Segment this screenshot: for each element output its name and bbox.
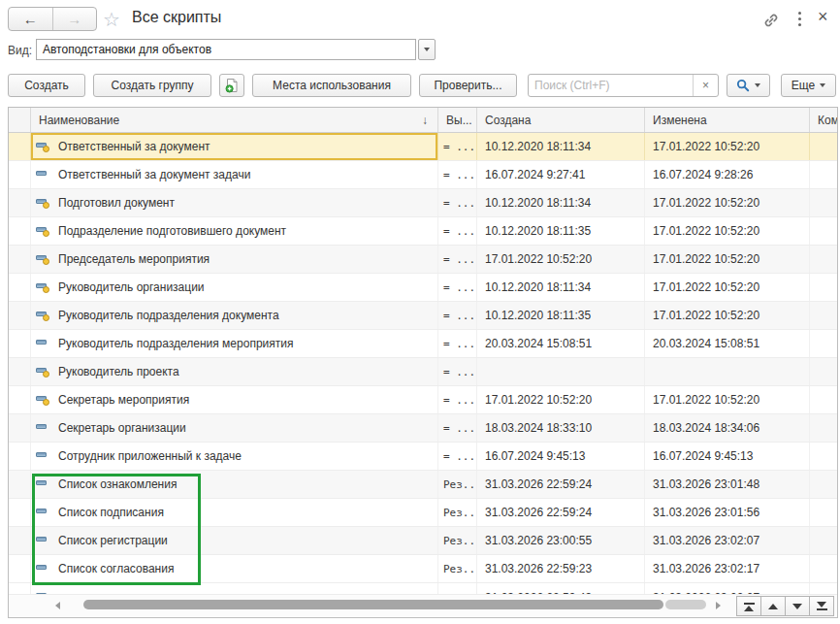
name-cell[interactable]: Секретарь мероприятия xyxy=(30,386,437,413)
table-row[interactable]: Список согласованияРез...31.03.2026 22:5… xyxy=(9,555,837,583)
view-combobox[interactable]: Автоподстановки для объектов xyxy=(36,39,416,60)
chevron-down-icon xyxy=(755,83,760,87)
table-row[interactable]: Ответственный за документ= ...10.12.2020… xyxy=(9,133,837,161)
row-up-button[interactable] xyxy=(760,596,786,616)
search-input[interactable] xyxy=(529,75,693,96)
table-row[interactable]: Председатель мероприятия= ...17.01.2022 … xyxy=(9,246,837,274)
triangle-down-icon xyxy=(792,604,802,609)
comment-cell xyxy=(809,499,837,526)
search-options-button[interactable] xyxy=(727,74,770,97)
comment-cell xyxy=(809,189,837,216)
row-name: Руководитель организации xyxy=(58,280,205,294)
name-cell[interactable]: Руководитель организации xyxy=(30,274,437,301)
row-down-button[interactable] xyxy=(785,596,810,616)
name-cell[interactable]: Секретарь организации xyxy=(30,414,437,442)
name-cell[interactable]: Сотрудник приложенный к задаче xyxy=(30,443,437,470)
more-menu-icon[interactable] xyxy=(798,12,801,15)
table-body: Ответственный за документ= ...10.12.2020… xyxy=(9,133,837,583)
more-actions-button[interactable]: Еще xyxy=(781,74,836,97)
link-icon[interactable] xyxy=(762,12,780,29)
modified-cell: 17.01.2022 10:52:20 xyxy=(644,386,809,413)
row-name: Секретарь организации xyxy=(58,421,186,435)
modified-cell: 20.03.2024 15:08:51 xyxy=(644,330,809,357)
new-script-button[interactable] xyxy=(219,74,244,97)
table-row[interactable]: Руководитель проекта= ... xyxy=(9,358,837,386)
table-row[interactable]: Список регистрацииРез...31.03.2026 23:00… xyxy=(9,527,837,555)
created-cell: 31.03.2026 22:59:24 xyxy=(476,499,644,526)
modified-cell: 31.03.2026 23:01:48 xyxy=(644,471,809,498)
go-last-row-button[interactable] xyxy=(809,596,834,616)
table-row[interactable]: Список подписанияРез...31.03.2026 22:59:… xyxy=(9,499,837,527)
close-icon[interactable]: × xyxy=(818,7,828,27)
column-header-comment-label: Ком xyxy=(818,114,837,127)
table-row[interactable]: Сотрудник приложенный к задаче= ...16.07… xyxy=(9,443,837,471)
name-cell[interactable]: Список регистрации xyxy=(30,527,437,554)
view-combobox-dropdown-button[interactable] xyxy=(418,39,436,60)
search-clear-button[interactable]: × xyxy=(693,75,718,96)
expression-cell: = ... xyxy=(437,246,476,273)
name-cell[interactable]: Председатель мероприятия xyxy=(30,246,437,273)
row-name: Список подписания xyxy=(58,506,164,519)
service-cell xyxy=(9,386,30,413)
table-row[interactable]: Подразделение подготовившего документ= .… xyxy=(9,217,837,246)
row-name: Подразделение подготовившего документ xyxy=(58,224,286,238)
script-with-marker-icon xyxy=(36,282,49,293)
column-header-comment[interactable]: Ком xyxy=(809,108,837,132)
table-header: Наименование ↓ Вы... Создана Изменена Ко… xyxy=(9,108,837,133)
scroll-right-arrow-icon[interactable] xyxy=(716,602,721,609)
name-cell[interactable]: Список согласования xyxy=(30,555,437,582)
service-cell xyxy=(9,189,30,216)
back-arrow-icon: ← xyxy=(23,11,38,27)
column-header-created[interactable]: Создана xyxy=(476,108,644,132)
forward-button[interactable]: → xyxy=(53,8,97,30)
script-icon xyxy=(36,536,49,546)
name-cell[interactable]: Руководитель подразделения документа xyxy=(30,302,437,329)
triangle-up-icon xyxy=(744,606,754,611)
name-cell[interactable]: Руководитель проекта xyxy=(30,358,437,385)
name-cell[interactable]: Подготовил документ xyxy=(30,189,437,216)
service-cell xyxy=(9,133,30,160)
column-header-modified-label: Изменена xyxy=(653,114,707,127)
favorite-star-icon[interactable]: ☆ xyxy=(103,8,120,31)
table-row[interactable]: Ответственный за документ задачи= ...16.… xyxy=(9,161,837,189)
scroll-left-arrow-icon[interactable] xyxy=(55,602,60,609)
column-header-expression[interactable]: Вы... xyxy=(437,108,476,132)
modified-cell: 18.03.2024 18:34:06 xyxy=(644,414,809,442)
name-cell[interactable]: Список подписания xyxy=(30,499,437,526)
create-group-button[interactable]: Создать группу xyxy=(93,74,211,97)
comment-cell xyxy=(809,302,837,329)
table-row[interactable]: Руководитель подразделения мероприятия= … xyxy=(9,330,837,358)
go-first-row-button[interactable] xyxy=(736,596,761,616)
table-row[interactable]: Подготовил документ= ...10.12.2020 18:11… xyxy=(9,189,837,217)
bar-icon xyxy=(817,608,827,610)
table-row[interactable]: Список ознакомленияРез...31.03.2026 22:5… xyxy=(9,471,837,499)
check-button[interactable]: Проверить... xyxy=(419,74,517,97)
page-title: Все скрипты xyxy=(132,9,221,26)
horizontal-scrollbar-thumb[interactable] xyxy=(83,600,663,609)
modified-cell: 17.01.2022 10:52:20 xyxy=(644,246,809,273)
created-cell: 10.12.2020 18:11:34 xyxy=(476,133,644,160)
name-cell[interactable]: Список ознакомления xyxy=(30,471,437,498)
name-cell[interactable]: Подразделение подготовившего документ xyxy=(30,217,437,245)
create-button-label: Создать xyxy=(24,79,69,92)
column-header-name[interactable]: Наименование ↓ xyxy=(30,108,437,132)
table-row[interactable]: Секретарь мероприятия= ...17.01.2022 10:… xyxy=(9,386,837,414)
modified-cell: 16.07.2024 9:45:13 xyxy=(644,443,809,470)
created-cell: 10.12.2020 18:11:35 xyxy=(476,302,644,329)
table-row[interactable]: Секретарь организации= ...18.03.2024 18:… xyxy=(9,414,837,443)
scripts-table: Наименование ↓ Вы... Создана Изменена Ко… xyxy=(8,107,838,618)
create-button[interactable]: Создать xyxy=(8,74,85,97)
row-name: Руководитель подразделения мероприятия xyxy=(58,337,293,350)
table-row[interactable]: Руководитель подразделения документа= ..… xyxy=(9,302,837,330)
column-header-created-label: Создана xyxy=(485,114,531,127)
table-row[interactable]: Руководитель организации= ...10.12.2020 … xyxy=(9,274,837,302)
created-cell: 31.03.2026 22:59:23 xyxy=(476,555,644,582)
name-cell[interactable]: Ответственный за документ xyxy=(30,133,437,160)
script-icon xyxy=(36,564,49,575)
name-cell[interactable]: Руководитель подразделения мероприятия xyxy=(30,330,437,357)
usage-locations-button[interactable]: Места использования xyxy=(252,74,411,97)
name-cell[interactable]: Ответственный за документ задачи xyxy=(30,161,437,188)
column-header-modified[interactable]: Изменена xyxy=(644,108,809,132)
back-button[interactable]: ← xyxy=(9,8,53,30)
service-cell xyxy=(9,330,30,357)
